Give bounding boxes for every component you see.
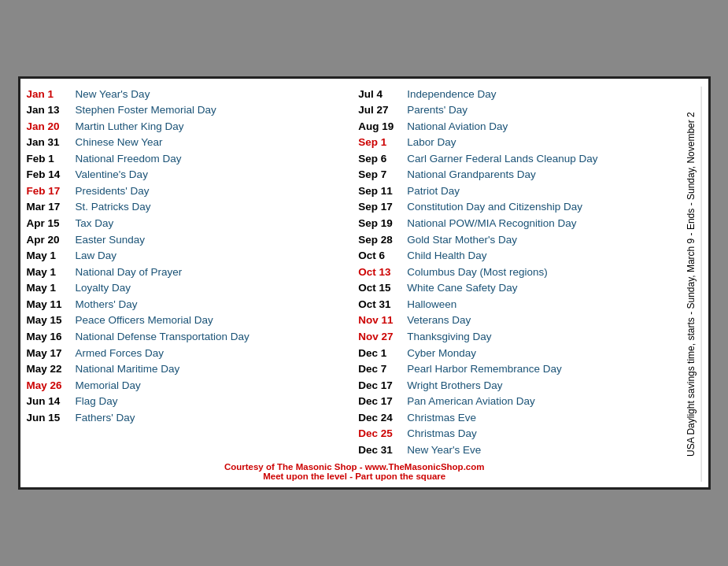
list-item: Dec 25Christmas Day [358, 426, 682, 442]
list-item: Sep 19National POW/MIA Recognition Day [358, 216, 682, 231]
holiday-name: Halloween [407, 297, 456, 313]
holiday-date: Feb 14 [27, 167, 76, 183]
footer: Courtesy of The Masonic Shop - www.TheMa… [27, 462, 682, 481]
holiday-name: Independence Day [407, 87, 496, 102]
list-item: Feb 17Presidents' Day [27, 183, 351, 199]
holiday-date: Apr 15 [27, 216, 76, 231]
holiday-date: Oct 13 [358, 265, 407, 280]
holiday-date: Aug 19 [358, 119, 407, 135]
holiday-name: Wright Brothers Day [407, 378, 502, 394]
list-item: Apr 20Easter Sunday [27, 232, 351, 248]
list-item: Sep 28Gold Star Mother's Day [358, 232, 682, 248]
holiday-name: National POW/MIA Recognition Day [407, 216, 576, 231]
list-item: Dec 17Pan American Aviation Day [358, 394, 682, 409]
holiday-date: Feb 1 [27, 151, 76, 167]
list-item: Sep 11Patriot Day [358, 183, 682, 199]
holiday-date: Jun 15 [27, 410, 76, 426]
list-item: Oct 15White Cane Safety Day [358, 280, 682, 296]
holiday-date: Feb 17 [27, 183, 76, 199]
holiday-name: Peace Officers Memorial Day [76, 313, 213, 328]
holiday-name: Armed Forces Day [76, 346, 164, 361]
holiday-date: Sep 1 [358, 135, 407, 150]
holiday-date: Sep 19 [358, 216, 407, 231]
holiday-date: Dec 24 [358, 410, 407, 426]
holiday-name: Carl Garner Federal Lands Cleanup Day [407, 151, 597, 167]
holiday-name: Chinese New Year [76, 135, 163, 150]
list-item: Sep 7National Grandparents Day [358, 167, 682, 183]
holiday-name: Stephen Foster Memorial Day [76, 102, 216, 118]
left-column: Jan 1New Year's DayJan 13Stephen Foster … [27, 87, 351, 458]
holiday-date: Jan 1 [27, 87, 76, 102]
columns-container: Jan 1New Year's DayJan 13Stephen Foster … [27, 87, 682, 458]
list-item: Oct 13Columbus Day (Most regions) [358, 265, 682, 280]
holiday-name: New Year's Eve [407, 442, 481, 458]
list-item: Dec 31New Year's Eve [358, 442, 682, 458]
holiday-date: Nov 27 [358, 329, 407, 345]
holiday-name: National Defense Transportation Day [76, 329, 249, 345]
holiday-name: White Cane Safety Day [407, 280, 517, 296]
sidebar-text: USA Daylight savings time, starts - Sund… [686, 87, 702, 482]
holiday-date: Jul 4 [358, 87, 407, 102]
list-item: Mar 17St. Patricks Day [27, 199, 351, 215]
list-item: Dec 24Christmas Eve [358, 410, 682, 426]
holiday-name: Labor Day [407, 135, 456, 150]
holiday-date: May 17 [27, 346, 76, 361]
main-container: Jan 1New Year's DayJan 13Stephen Foster … [18, 76, 711, 490]
list-item: Aug 19National Aviation Day [358, 119, 682, 135]
holiday-date: Jan 20 [27, 119, 76, 135]
holiday-date: May 1 [27, 248, 76, 264]
holiday-date: Oct 6 [358, 248, 407, 264]
holiday-name: National Aviation Day [407, 119, 508, 135]
list-item: Sep 6Carl Garner Federal Lands Cleanup D… [358, 151, 682, 167]
holiday-date: Dec 25 [358, 426, 407, 442]
list-item: Apr 15Tax Day [27, 216, 351, 231]
holiday-name: New Year's Day [76, 87, 150, 102]
holiday-date: Oct 15 [358, 280, 407, 296]
holiday-name: Martin Luther King Day [76, 119, 184, 135]
list-item: May 17Armed Forces Day [27, 346, 351, 361]
list-item: Nov 27Thanksgiving Day [358, 329, 682, 345]
holiday-name: Thanksgiving Day [407, 329, 491, 345]
list-item: Feb 1National Freedom Day [27, 151, 351, 167]
holiday-name: Presidents' Day [76, 183, 150, 199]
holiday-date: May 1 [27, 265, 76, 280]
holiday-name: National Maritime Day [76, 361, 180, 377]
holiday-date: May 22 [27, 361, 76, 377]
holiday-name: Pan American Aviation Day [407, 394, 535, 409]
list-item: Dec 1Cyber Monday [358, 346, 682, 361]
footer-line2: Meet upon the level - Part upon the squa… [27, 472, 682, 481]
content-area: Jan 1New Year's DayJan 13Stephen Foster … [27, 87, 682, 482]
holiday-name: Flag Day [76, 394, 118, 409]
holiday-name: Loyalty Day [76, 280, 131, 296]
holiday-name: National Freedom Day [76, 151, 182, 167]
list-item: May 15Peace Officers Memorial Day [27, 313, 351, 328]
holiday-name: Parents' Day [407, 102, 467, 118]
holiday-date: May 1 [27, 280, 76, 296]
holiday-date: Dec 17 [358, 378, 407, 394]
holiday-date: Dec 1 [358, 346, 407, 361]
holiday-date: May 26 [27, 378, 76, 394]
list-item: Dec 7Pearl Harbor Remembrance Day [358, 361, 682, 377]
holiday-name: National Day of Prayer [76, 265, 183, 280]
holiday-date: Sep 28 [358, 232, 407, 248]
list-item: Jan 20Martin Luther King Day [27, 119, 351, 135]
holiday-date: Sep 7 [358, 167, 407, 183]
holiday-name: National Grandparents Day [407, 167, 536, 183]
holiday-date: Jun 14 [27, 394, 76, 409]
list-item: Oct 31Halloween [358, 297, 682, 313]
holiday-name: Patriot Day [407, 183, 460, 199]
holiday-name: Memorial Day [76, 378, 141, 394]
holiday-name: Valentine's Day [76, 167, 148, 183]
holiday-date: Mar 17 [27, 199, 76, 215]
holiday-name: Columbus Day (Most regions) [407, 265, 548, 280]
holiday-date: Dec 31 [358, 442, 407, 458]
holiday-name: Tax Day [76, 216, 114, 231]
holiday-date: Dec 17 [358, 394, 407, 409]
holiday-date: May 11 [27, 297, 76, 313]
list-item: May 1Loyalty Day [27, 280, 351, 296]
footer-line1: Courtesy of The Masonic Shop - www.TheMa… [27, 462, 682, 472]
holiday-date: Jul 27 [358, 102, 407, 118]
holiday-date: Nov 11 [358, 313, 407, 328]
list-item: Oct 6Child Health Day [358, 248, 682, 264]
list-item: Jun 15Fathers' Day [27, 410, 351, 426]
